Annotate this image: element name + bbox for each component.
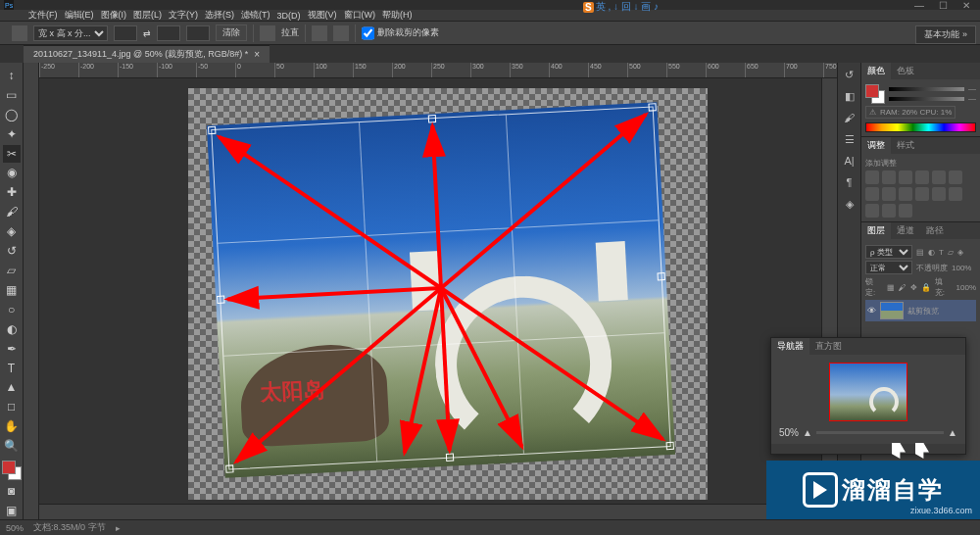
screen-mode-tool[interactable]: ▣ [3, 502, 21, 519]
lock-all-icon[interactable]: 🔒 [921, 283, 931, 292]
menu-file[interactable]: 文件(F) [25, 9, 61, 22]
history-brush-tool[interactable]: ↺ [3, 242, 21, 260]
clear-button[interactable]: 清除 [216, 24, 247, 41]
color-slider[interactable] [889, 87, 964, 91]
straighten-icon[interactable] [260, 25, 275, 41]
3d-panel-icon[interactable]: ◈ [842, 196, 858, 212]
menu-window[interactable]: 窗口(W) [341, 9, 379, 22]
gradient-tool[interactable]: ▦ [3, 281, 21, 299]
blend-mode-select[interactable]: 正常 [865, 261, 912, 274]
tab-navigator[interactable]: 导航器 [771, 338, 809, 355]
zoom-tool[interactable]: 🔍 [3, 437, 21, 455]
hand-tool[interactable]: ✋ [3, 417, 21, 435]
history-panel-icon[interactable]: ↺ [842, 67, 858, 82]
opacity-value[interactable]: 100% [952, 264, 971, 272]
tab-color[interactable]: 颜色 [861, 63, 891, 79]
pen-tool[interactable]: ✒ [3, 340, 21, 358]
overlay-options-icon[interactable] [312, 25, 327, 41]
eyedropper-tool[interactable]: ◉ [3, 165, 21, 182]
filter-adj-icon[interactable]: ◐ [928, 248, 935, 257]
adj-bw-icon[interactable] [865, 187, 879, 201]
color-swatch[interactable] [2, 461, 22, 480]
close-tab-icon[interactable]: × [254, 49, 260, 60]
eraser-tool[interactable]: ▱ [3, 262, 21, 279]
adj-lookup-icon[interactable] [915, 187, 929, 201]
document-tab[interactable]: 20110627_134911_4.jpg @ 50% (裁剪预览, RGB/8… [24, 45, 270, 63]
maximize-button[interactable]: ☐ [933, 0, 953, 10]
nav-zoom-value[interactable]: 50% [779, 427, 799, 438]
paragraph-panel-icon[interactable]: ¶ [842, 174, 858, 190]
adj-exposure-icon[interactable] [915, 170, 929, 184]
shape-tool[interactable]: □ [3, 398, 21, 415]
brush-tool[interactable]: 🖌 [3, 203, 21, 220]
crop-tool[interactable]: ✂ [3, 145, 21, 163]
crop-height-input[interactable] [157, 25, 180, 41]
adj-curves-icon[interactable] [899, 170, 912, 184]
tab-styles[interactable]: 样式 [891, 137, 920, 154]
adj-invert-icon[interactable] [932, 187, 946, 201]
navigator-preview[interactable] [829, 363, 907, 421]
menu-image[interactable]: 图像(I) [98, 9, 130, 22]
crop-handle-r[interactable] [657, 272, 664, 280]
magic-wand-tool[interactable]: ✦ [3, 125, 21, 143]
adj-brightness-icon[interactable] [865, 170, 879, 184]
layer-visibility-icon[interactable]: 👁 [867, 306, 876, 316]
minimize-button[interactable]: — [909, 0, 929, 10]
navigator-panel[interactable]: 导航器直方图 50% ▲ ▲ [770, 337, 966, 455]
crop-settings-icon[interactable] [333, 25, 349, 41]
canvas-viewport[interactable]: 太阳岛 [39, 78, 821, 504]
delete-cropped-checkbox[interactable]: 删除裁剪的像素 [362, 25, 439, 41]
close-button[interactable]: ✕ [956, 0, 976, 10]
swap-icon[interactable]: ⇄ [143, 28, 151, 38]
fill-value[interactable]: 100% [956, 283, 976, 292]
layer-thumbnail[interactable] [880, 302, 904, 319]
status-expand-icon[interactable]: ▸ [116, 523, 121, 533]
layer-filter-select[interactable]: ρ 类型 [865, 245, 912, 259]
crop-width-input[interactable] [114, 25, 137, 41]
move-tool[interactable]: ↕ [3, 67, 21, 84]
crop-handle-t[interactable] [428, 115, 436, 122]
tab-adjust[interactable]: 调整 [861, 137, 891, 154]
tab-channels[interactable]: 通道 [891, 222, 920, 239]
crop-preset-select[interactable]: 宽 x 高 x 分... [33, 25, 108, 41]
crop-handle-b[interactable] [446, 454, 454, 462]
adj-vibrance-icon[interactable] [932, 170, 946, 184]
color-slider[interactable] [889, 97, 964, 101]
layer-name[interactable]: 裁剪预览 [907, 306, 939, 316]
healing-brush-tool[interactable]: ✚ [3, 183, 21, 201]
blur-tool[interactable]: ○ [3, 301, 21, 318]
crop-handle-br[interactable] [666, 442, 674, 450]
adj-hue-icon[interactable] [949, 170, 962, 184]
filter-image-icon[interactable]: ▤ [916, 248, 924, 257]
horizontal-scrollbar[interactable] [39, 504, 837, 519]
menu-help[interactable]: 帮助(H) [379, 9, 416, 22]
nav-zoom-slider[interactable] [816, 431, 944, 434]
lock-pixels-icon[interactable]: 🖌 [899, 283, 906, 292]
filter-text-icon[interactable]: T [939, 248, 944, 257]
adj-channel-mixer-icon[interactable] [899, 187, 912, 201]
crop-handle-tl[interactable] [208, 126, 216, 134]
tab-histogram[interactable]: 直方图 [809, 338, 848, 355]
crop-handle-l[interactable] [217, 296, 224, 304]
filter-shape-icon[interactable]: ▱ [948, 248, 954, 257]
adj-photo-filter-icon[interactable] [882, 187, 896, 201]
menu-view[interactable]: 视图(V) [305, 9, 340, 22]
brush-presets-icon[interactable]: ☰ [842, 131, 858, 147]
nav-zoom-in-icon[interactable]: ▲ [948, 427, 957, 438]
adj-levels-icon[interactable] [882, 170, 896, 184]
menu-filter[interactable]: 滤镜(T) [238, 9, 273, 22]
quick-mask-tool[interactable]: ◙ [3, 482, 21, 500]
tab-paths[interactable]: 路径 [920, 222, 950, 239]
menu-type[interactable]: 文字(Y) [166, 9, 201, 22]
char-panel-icon[interactable]: A| [842, 153, 858, 169]
path-select-tool[interactable]: ▲ [3, 379, 21, 397]
adj-selective-icon[interactable] [899, 204, 912, 218]
dodge-tool[interactable]: ◐ [3, 320, 21, 338]
tab-swatches[interactable]: 色板 [891, 63, 920, 79]
adj-gradient-map-icon[interactable] [882, 204, 896, 218]
menu-edit[interactable]: 编辑(E) [62, 9, 97, 22]
crop-res-input[interactable] [186, 25, 210, 41]
status-zoom[interactable]: 50% [6, 523, 24, 533]
crop-handle-bl[interactable] [225, 464, 233, 472]
menu-layer[interactable]: 图层(L) [130, 9, 165, 22]
